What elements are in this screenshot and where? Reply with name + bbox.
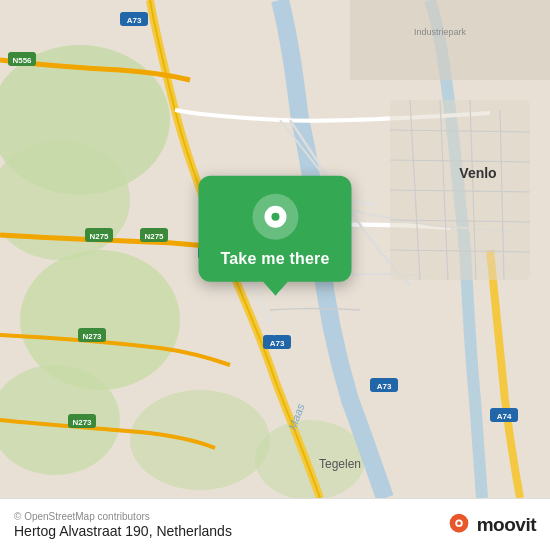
location-pin-icon	[264, 206, 286, 228]
take-me-there-button[interactable]: Take me there	[220, 250, 329, 268]
copyright-text: © OpenStreetMap contributors	[14, 511, 232, 522]
location-icon-wrapper	[252, 194, 298, 240]
popup-card[interactable]: Take me there	[198, 176, 351, 282]
location-popup[interactable]: Take me there	[198, 176, 351, 294]
svg-point-44	[457, 521, 461, 525]
svg-text:N556: N556	[12, 56, 32, 65]
moovit-logo-text: moovit	[477, 514, 536, 536]
svg-text:Venlo: Venlo	[459, 165, 496, 181]
moovit-logo-icon	[445, 511, 473, 539]
svg-text:Tegelen: Tegelen	[319, 457, 361, 471]
svg-text:N275: N275	[144, 232, 164, 241]
svg-text:N273: N273	[72, 418, 92, 427]
map-container: A73 A73 A73 A73 A74 N556 N275 N275	[0, 0, 550, 498]
svg-rect-38	[350, 0, 550, 80]
svg-text:A73: A73	[127, 16, 142, 25]
svg-text:A74: A74	[497, 412, 512, 421]
app: A73 A73 A73 A73 A74 N556 N275 N275	[0, 0, 550, 550]
svg-text:A73: A73	[377, 382, 392, 391]
svg-text:N275: N275	[89, 232, 109, 241]
svg-text:A73: A73	[270, 339, 285, 348]
svg-point-5	[130, 390, 270, 490]
svg-text:Industriepark: Industriepark	[414, 27, 467, 37]
address-text: Hertog Alvastraat 190, Netherlands	[14, 523, 232, 539]
footer-bar: © OpenStreetMap contributors Hertog Alva…	[0, 498, 550, 550]
footer-left: © OpenStreetMap contributors Hertog Alva…	[14, 511, 232, 539]
svg-text:N273: N273	[82, 332, 102, 341]
moovit-logo: moovit	[445, 511, 536, 539]
